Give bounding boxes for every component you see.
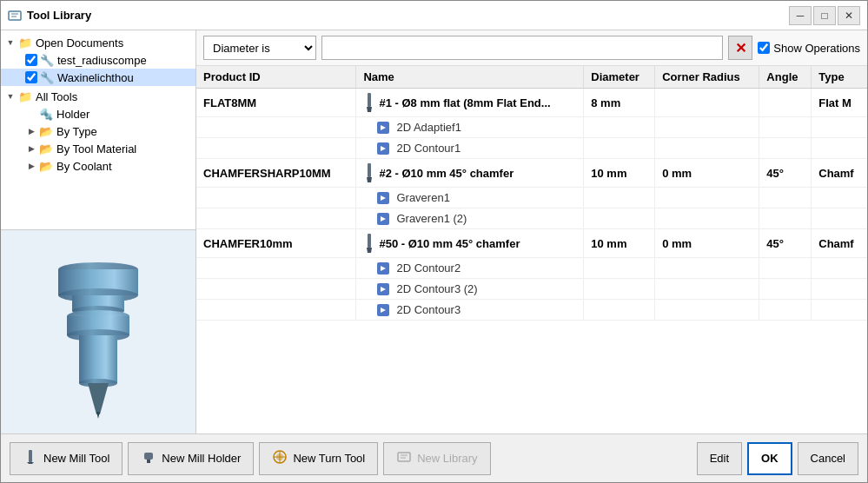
cell-type: Chamf [812, 159, 867, 188]
op-cell-id [196, 300, 356, 321]
doc-icon: 🔧 [40, 53, 54, 67]
cell-diameter: 10 mm [584, 229, 655, 258]
op-cell-name: Graveren1 (2) [356, 208, 584, 229]
svg-rect-28 [29, 450, 32, 462]
tool-name-text: #50 - Ø10 mm 45° chamfer [379, 237, 520, 250]
operation-name: 2D Contour3 [396, 303, 461, 316]
tree-all-tools[interactable]: ▼ 📁 All Tools [1, 88, 195, 105]
expand-by-coolant-icon: ▶ [25, 160, 37, 172]
maximize-button[interactable]: □ [813, 6, 836, 25]
new-library-button[interactable]: New Library [383, 442, 490, 475]
tree-waxine[interactable]: 🔧 Waxinelichthou [1, 69, 195, 86]
tools-folder-icon: 📁 [18, 89, 32, 103]
edit-label: Edit [710, 452, 729, 465]
minimize-button[interactable]: ─ [789, 6, 812, 25]
svg-marker-13 [88, 383, 109, 414]
col-name: Name [356, 66, 584, 89]
operation-row[interactable]: 2D Contour3 (2) [196, 279, 867, 300]
cell-product-id: FLAT8MM [196, 89, 356, 117]
test-radius-checkbox[interactable] [25, 54, 37, 66]
tool-icon [363, 162, 375, 183]
tool-name-text: #1 - Ø8 mm flat (8mm Flat End... [379, 96, 550, 109]
table-header-row: Product ID Name Diameter Corner Radius A… [196, 66, 867, 89]
col-corner-radius: Corner Radius [655, 66, 759, 89]
expand-by-material-icon: ▶ [25, 142, 37, 155]
tree-test-radius[interactable]: 🔧 test_radiuscompe [1, 51, 195, 69]
tool-preview [1, 229, 195, 433]
new-mill-holder-label: New Mill Holder [162, 452, 241, 465]
operation-row[interactable]: Graveren1 (2) [196, 208, 867, 229]
new-mill-tool-button[interactable]: New Mill Tool [10, 442, 123, 475]
expand-all-tools-icon: ▼ [4, 90, 17, 103]
show-operations-checkbox[interactable] [758, 42, 770, 54]
op-cell-name: Graveren1 [356, 188, 584, 208]
new-turn-tool-button[interactable]: New Turn Tool [259, 442, 378, 475]
new-mill-holder-button[interactable]: New Mill Holder [128, 442, 254, 475]
tree-by-type[interactable]: ▶ 📂 By Type [1, 122, 195, 140]
filter-bar: Diameter is Diameter >= Diameter <= Name… [196, 30, 867, 66]
holder-tool-icon [141, 449, 156, 467]
tool-library-window: Tool Library ─ □ ✕ ▼ 📁 Open Documents 🔧 [0, 0, 868, 483]
operation-row[interactable]: 2D Adaptief1 [196, 117, 867, 138]
operation-row[interactable]: 2D Contour3 [196, 300, 867, 321]
col-type: Type [812, 66, 867, 89]
waxine-checkbox[interactable] [25, 71, 37, 83]
op-cell-name: 2D Adaptief1 [356, 117, 584, 138]
cell-angle: 45° [759, 159, 812, 188]
clear-icon: ✕ [735, 40, 746, 56]
expand-by-type-icon: ▶ [25, 125, 37, 137]
op-cell-name: 2D Contour1 [356, 138, 584, 159]
filter-input[interactable] [321, 36, 723, 60]
folder-icon: 📁 [18, 36, 32, 50]
operation-icon [377, 304, 389, 316]
ok-label: OK [761, 452, 779, 465]
cell-diameter: 10 mm [584, 159, 655, 188]
cell-diameter: 8 mm [584, 89, 655, 117]
svg-rect-11 [79, 335, 117, 383]
close-button[interactable]: ✕ [838, 6, 860, 25]
cell-angle: 45° [759, 229, 812, 258]
edit-button[interactable]: Edit [697, 442, 742, 475]
operation-name: Graveren1 [396, 191, 449, 204]
table-row[interactable]: CHAMFER10mm#50 - Ø10 mm 45° chamfer10 mm… [196, 229, 867, 258]
operation-name: 2D Adaptief1 [396, 121, 461, 134]
by-type-label: By Type [56, 125, 97, 138]
new-turn-tool-label: New Turn Tool [293, 452, 365, 465]
operation-row[interactable]: 2D Contour1 [196, 138, 867, 159]
ok-button[interactable]: OK [747, 442, 792, 475]
operation-icon [377, 213, 389, 225]
op-cell-id [196, 188, 356, 208]
svg-marker-21 [381, 195, 386, 201]
test-radius-label: test_radiuscompe [57, 54, 147, 67]
tree-open-documents[interactable]: ▼ 📁 Open Documents [1, 34, 195, 51]
filter-clear-button[interactable]: ✕ [728, 36, 752, 60]
svg-rect-23 [368, 234, 371, 248]
turn-tool-icon [272, 449, 288, 467]
cancel-label: Cancel [811, 452, 845, 465]
tree-holder[interactable]: ▶ 🔩 Holder [1, 105, 195, 122]
tree-by-coolant[interactable]: ▶ 📂 By Coolant [1, 157, 195, 175]
tools-table: Product ID Name Diameter Corner Radius A… [196, 66, 867, 321]
svg-marker-22 [381, 216, 386, 222]
svg-rect-36 [398, 453, 410, 461]
operation-name: Graveren1 (2) [396, 212, 467, 225]
operation-icon [377, 192, 389, 204]
operation-row[interactable]: Graveren1 [196, 188, 867, 208]
cell-corner-radius: 0 mm [655, 229, 759, 258]
cell-name: #50 - Ø10 mm 45° chamfer [356, 229, 584, 258]
cell-name: #2 - Ø10 mm 45° chamfer [356, 159, 584, 188]
by-type-icon: 📂 [39, 124, 53, 138]
svg-marker-14 [96, 412, 100, 419]
svg-marker-27 [381, 308, 386, 313]
cell-corner-radius [655, 89, 759, 117]
show-operations-text: Show Operations [773, 42, 860, 55]
table-row[interactable]: CHAMFERSHARP10MM#2 - Ø10 mm 45° chamfer1… [196, 159, 867, 188]
cancel-button[interactable]: Cancel [798, 442, 858, 475]
filter-dropdown[interactable]: Diameter is Diameter >= Diameter <= Name… [203, 36, 316, 60]
operation-row[interactable]: 2D Contour2 [196, 258, 867, 279]
all-tools-label: All Tools [36, 90, 77, 103]
cell-name: #1 - Ø8 mm flat (8mm Flat End... [356, 89, 584, 117]
table-row[interactable]: FLAT8MM#1 - Ø8 mm flat (8mm Flat End...8… [196, 89, 867, 117]
tool-name-text: #2 - Ø10 mm 45° chamfer [379, 167, 514, 180]
tree-by-material[interactable]: ▶ 📂 By Tool Material [1, 140, 195, 157]
